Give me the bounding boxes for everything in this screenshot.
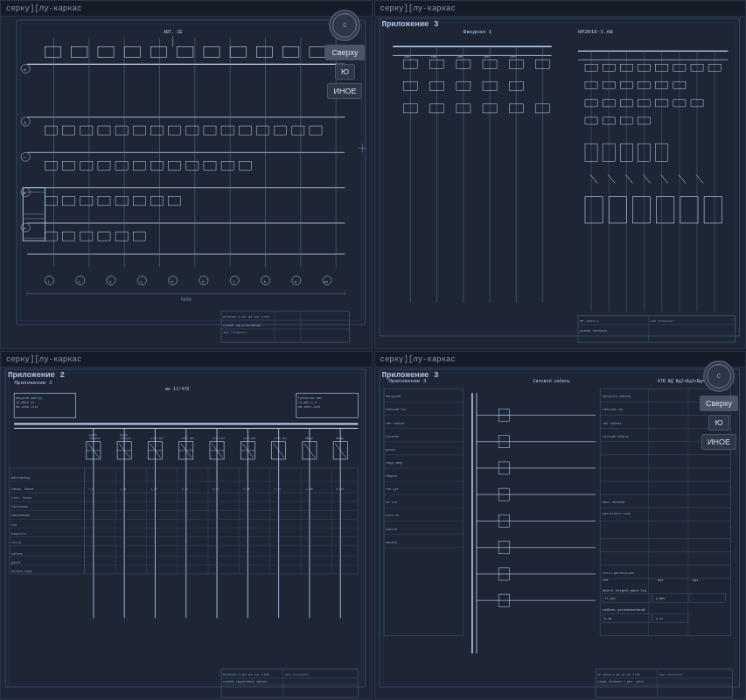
svg-rect-0: [17, 20, 365, 325]
svg-text:НР2018-1.А2 А1 А1 17ЭС: НР2018-1.А2 А1 А1 17ЭС: [223, 315, 270, 318]
svg-text:6,01: 6,01: [604, 617, 611, 620]
svg-text:АВТ. 1Б: АВТ. 1Б: [164, 30, 182, 35]
svg-text:ЗАО Техпроект: ЗАО Техпроект: [659, 673, 682, 676]
svg-text:Шинопровод: Шинопровод: [11, 476, 30, 480]
svg-rect-42: [275, 126, 287, 135]
svg-rect-39: [221, 126, 234, 135]
svg-rect-58: [63, 197, 75, 206]
compass-north-q4: С: [717, 373, 721, 380]
svg-text:НР2018-1.А2 А2 А1 17ЭС: НР2018-1.А2 А2 А1 17ЭС: [223, 673, 270, 676]
svg-text:Мощность: Мощность: [11, 532, 26, 536]
svg-text:ВД3: ВД3: [657, 578, 662, 582]
svg-rect-206: [704, 197, 722, 223]
svg-rect-20: [124, 46, 140, 57]
svg-text:Нагрузка кабиля: Нагрузка кабиля: [603, 395, 631, 398]
svg-rect-55: [221, 161, 234, 170]
svg-rect-61: [115, 197, 128, 206]
svg-text:АВМ: АВМ: [457, 55, 462, 59]
svg-text:НР-2018-1.А2 А1 А2 17ЭС: НР-2018-1.А2 А1 А2 17ЭС: [597, 673, 640, 676]
titlebar-q3: серку][лу-каркас: [1, 352, 372, 368]
svg-line-195: [608, 175, 615, 184]
view-controls-q1: С Сверху Ю ИНОЕ: [325, 10, 364, 99]
svg-text:Напряжение: Напряжение: [11, 514, 30, 517]
svg-text:Вм 4000-4296: Вм 4000-4296: [298, 405, 320, 409]
svg-text:Чувств: Чувств: [386, 528, 397, 531]
titlebar-q4: серку][лу-каркас: [375, 352, 746, 368]
main-container: серку][лу-каркас: [0, 0, 746, 700]
svg-rect-67: [23, 219, 45, 238]
svg-text:Рубильник: Рубильник: [11, 505, 28, 508]
svg-text:6: 6: [202, 280, 205, 284]
svg-rect-51: [150, 161, 163, 170]
svg-rect-38: [204, 126, 216, 135]
svg-rect-205: [680, 197, 697, 223]
svg-rect-56: [239, 161, 251, 170]
svg-rect-35: [150, 126, 163, 135]
compass-q4[interactable]: С: [703, 360, 735, 392]
q4-label: Приложение 3: [382, 371, 439, 380]
view-more-btn-q4[interactable]: ИНОЕ: [701, 434, 736, 450]
svg-rect-48: [98, 161, 110, 170]
svg-rect-69: [63, 232, 75, 241]
svg-text:4: 4: [140, 280, 143, 284]
svg-rect-27: [310, 46, 325, 57]
svg-line-197: [643, 175, 650, 184]
svg-text:Вводн: Вводн: [336, 437, 344, 440]
svg-text:Рубильник АВТ: Рубильник АВТ: [298, 396, 322, 400]
svg-text:Кабель: Кабель: [11, 552, 23, 556]
view-south-btn-q1[interactable]: Ю: [335, 64, 355, 80]
svg-rect-333: [384, 388, 464, 635]
compass-north-q1: С: [343, 22, 346, 29]
svg-rect-43: [292, 126, 304, 135]
svg-text:2,73: 2,73: [275, 487, 281, 491]
svg-rect-47: [80, 161, 93, 170]
svg-text:Самораз: Самораз: [89, 437, 101, 440]
svg-rect-72: [115, 232, 128, 241]
svg-text:Стаб.пит: Стаб.пит: [243, 437, 256, 440]
svg-text:1,32: 1,32: [150, 487, 157, 491]
svg-text:4,188: 4,188: [305, 487, 313, 491]
compass-inner-q4: С: [707, 364, 731, 388]
view-more-btn-q1[interactable]: ИНОЕ: [327, 83, 362, 99]
svg-text:Итого фактических: Итого фактических: [603, 571, 634, 575]
svg-rect-22: [178, 46, 193, 57]
view-top-btn-q4[interactable]: Сверху: [700, 396, 738, 411]
svg-text:шк 11/470: шк 11/470: [165, 387, 189, 392]
svg-rect-293: [85, 468, 359, 574]
svg-rect-271: [10, 468, 85, 574]
svg-text:Тип кабеля: Тип кабеля: [603, 422, 621, 425]
svg-text:Схема однолинейная: Схема однолинейная: [223, 324, 261, 327]
svg-text:Кабель установленной: Кабель установленной: [603, 608, 645, 612]
q2-label: Приложение 3: [382, 20, 439, 29]
svg-rect-24: [230, 46, 246, 57]
svg-text:Ток: Ток: [11, 523, 17, 527]
titlebar-q4-text: серку][лу-каркас: [380, 355, 456, 364]
svg-text:7: 7: [233, 280, 235, 284]
svg-text:ЗАО Техпроект: ЗАО Техпроект: [285, 673, 309, 676]
svg-rect-1: [20, 24, 361, 321]
svg-text:рядка: рядка: [120, 433, 128, 437]
svg-text:77,441: 77,441: [604, 597, 616, 600]
svg-text:6,80: 6,80: [243, 487, 249, 491]
svg-text:Самораз: Самораз: [120, 437, 131, 440]
svg-text:Длина: Длина: [386, 448, 395, 452]
svg-text:Приложение 2: Приложение 2: [14, 380, 52, 386]
svg-rect-37: [186, 126, 199, 135]
svg-text:Б: Б: [24, 68, 26, 72]
svg-text:АТВ: АТВ: [603, 578, 608, 582]
titlebar-q2-text: серку][лу-каркас: [380, 4, 456, 13]
svg-text:-: -: [693, 597, 694, 600]
view-south-btn-q4[interactable]: Ю: [708, 415, 729, 430]
svg-rect-53: [186, 161, 199, 170]
svg-rect-18: [72, 46, 87, 57]
compass-q1[interactable]: С: [329, 10, 360, 41]
svg-text:Сечение: Сечение: [386, 435, 399, 438]
svg-text:Рабочий ток: Рабочий ток: [603, 408, 623, 411]
svg-rect-21: [150, 46, 166, 57]
svg-text:Д: Д: [24, 121, 26, 124]
quadrant-top-right: серку][лу-каркас Приложение 3 Вводная 1 …: [374, 0, 747, 349]
svg-text:ЗАО Техпроект: ЗАО Техпроект: [223, 331, 247, 334]
svg-text:Сечение кабеля: Сечение кабеля: [603, 435, 629, 438]
svg-text:КЗ ток: КЗ ток: [386, 500, 397, 504]
view-top-btn-q1[interactable]: Сверху: [325, 45, 364, 60]
